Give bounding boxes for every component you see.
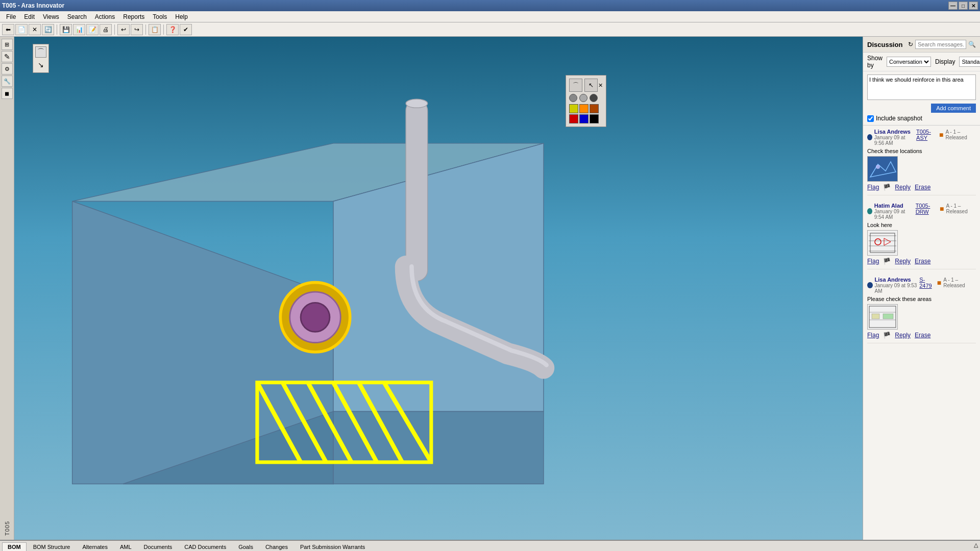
comment-2-ref[interactable]: T005-DRW	[916, 203, 938, 215]
help-button[interactable]: ❓	[166, 24, 179, 35]
menu-search[interactable]: Search	[63, 12, 91, 21]
tab-documents[interactable]: Documents	[138, 542, 178, 552]
tab-bom[interactable]: BOM	[2, 542, 27, 552]
comment-actions: Add comment	[867, 104, 976, 113]
sidebar-btn-1[interactable]: ⊞	[2, 39, 13, 50]
comment-2-text: Look here	[867, 222, 976, 228]
check-button[interactable]: ✔	[180, 24, 192, 35]
comments-list: Lisa Andrews January 09 at 9:56 AM T005-…	[863, 126, 980, 540]
tab-alternates[interactable]: Alternates	[77, 542, 113, 552]
curve-tool-btn[interactable]: ⌒	[569, 79, 582, 92]
comment-3-actions: Flag 🏴 Reply Erase	[867, 332, 976, 339]
show-by-row: Show by Conversation Date Display Standa…	[863, 53, 980, 71]
color-black[interactable]	[590, 114, 599, 123]
tab-cad-documents[interactable]: CAD Documents	[179, 542, 232, 552]
comment-1-date: January 09 at 9:56 AM	[874, 135, 916, 146]
refresh-button[interactable]: 🔄	[42, 24, 54, 35]
color-blue[interactable]	[579, 114, 589, 123]
comment-3-ref[interactable]: S-2479	[919, 277, 935, 289]
menu-tools[interactable]: Tools	[149, 12, 171, 21]
comment-textarea[interactable]: I think we should reinforce in this area	[867, 74, 976, 100]
comment-1-flag-link[interactable]: Flag	[867, 184, 879, 191]
color-brown[interactable]	[590, 104, 599, 113]
comment-1-thumbnail[interactable]	[867, 156, 898, 182]
color-orange[interactable]	[579, 104, 589, 113]
show-by-select[interactable]: Conversation Date	[887, 57, 931, 67]
color-yellow[interactable]	[569, 104, 578, 113]
sidebar-btn-3[interactable]: ⚙	[2, 63, 13, 74]
toolbar-sep-1	[57, 24, 57, 35]
sidebar-btn-5[interactable]: ◼	[2, 88, 13, 99]
comment-1-ref[interactable]: T005-ASY	[916, 129, 937, 141]
close-color-picker-btn[interactable]: ✕	[598, 80, 603, 90]
menu-actions[interactable]: Actions	[91, 12, 119, 21]
svg-rect-18	[868, 157, 897, 181]
sidebar-btn-4[interactable]: 🔧	[2, 76, 13, 87]
discussion-refresh-icon[interactable]: ↻	[908, 41, 913, 48]
left-sidebar: ⊞ ✎ ⚙ 🔧 ◼ T005	[0, 37, 14, 540]
svg-point-6	[406, 99, 428, 108]
include-snapshot-checkbox[interactable]	[867, 115, 874, 122]
new-button[interactable]: 📄	[15, 24, 28, 35]
size-large[interactable]	[590, 94, 598, 102]
bottom-panel: BOM BOM Structure Alternates AML Documen…	[0, 540, 980, 551]
excel-button[interactable]: 📊	[73, 24, 85, 35]
comment-1-erase-link[interactable]: Erase	[915, 184, 930, 191]
delete-button[interactable]: ✕	[29, 24, 41, 35]
back-button[interactable]: ⬅	[2, 24, 14, 35]
comment-3-header: Lisa Andrews January 09 at 9:53 AM S-247…	[867, 277, 976, 294]
draw-arrow-btn[interactable]: ↘	[35, 59, 46, 70]
app-title: T005 - Aras Innovator	[2, 2, 64, 9]
tab-changes[interactable]: Changes	[260, 542, 293, 552]
show-by-label: Show by	[867, 55, 883, 69]
comment-3-reply-link[interactable]: Reply	[895, 332, 911, 339]
comment-2-flag-link[interactable]: Flag	[867, 258, 879, 265]
comment-3-erase-link[interactable]: Erase	[915, 332, 930, 339]
search-messages-input[interactable]	[915, 40, 966, 49]
size-small[interactable]	[569, 94, 577, 102]
minimize-button[interactable]: —	[948, 2, 958, 10]
draw-curve-btn[interactable]: ⌒	[35, 46, 46, 58]
comment-2-thumbnail[interactable]	[867, 230, 898, 256]
tab-goals[interactable]: Goals	[233, 542, 259, 552]
word-button[interactable]: 📝	[86, 24, 99, 35]
comment-2-author: Hatim Alad	[874, 203, 916, 209]
undo-button[interactable]: ↩	[117, 24, 130, 35]
circle-size-row	[569, 94, 603, 102]
comment-3-flag-link[interactable]: Flag	[867, 332, 879, 339]
comment-3-flag-icon: 🏴	[883, 332, 891, 339]
color-grid	[569, 104, 603, 123]
tab-aml[interactable]: AML	[114, 542, 137, 552]
svg-rect-21	[868, 231, 897, 255]
collapse-button[interactable]: △	[974, 542, 978, 548]
display-select[interactable]: Standard Compact	[959, 57, 980, 67]
menu-edit[interactable]: Edit	[20, 12, 39, 21]
copy-button[interactable]: 📋	[149, 24, 161, 35]
discussion-header: Discussion ↻ 🔍	[863, 37, 980, 53]
sidebar-label: T005	[4, 521, 10, 536]
sidebar-btn-2[interactable]: ✎	[2, 51, 13, 62]
print-button[interactable]: 🖨	[100, 24, 112, 35]
toolbar-sep-3	[145, 24, 146, 35]
close-button[interactable]: ✕	[969, 2, 978, 10]
search-messages-icon[interactable]: 🔍	[968, 41, 976, 48]
size-medium[interactable]	[579, 94, 587, 102]
menu-views[interactable]: Views	[39, 12, 63, 21]
comment-2-erase-link[interactable]: Erase	[915, 258, 930, 265]
menu-help[interactable]: Help	[171, 12, 192, 21]
color-red[interactable]	[569, 114, 578, 123]
menu-file[interactable]: File	[2, 12, 20, 21]
redo-button[interactable]: ↪	[131, 24, 143, 35]
viewport-container[interactable]: ⌒ ↘ ⌒ ↖ ✕	[14, 37, 863, 540]
maximize-button[interactable]: □	[959, 2, 968, 10]
add-comment-button[interactable]: Add comment	[931, 104, 976, 113]
save-button[interactable]: 💾	[60, 24, 72, 35]
comment-3-thumbnail[interactable]	[867, 304, 898, 330]
tab-part-submission[interactable]: Part Submission Warrants	[295, 542, 371, 552]
comment-2-reply-link[interactable]: Reply	[895, 258, 911, 265]
menu-reports[interactable]: Reports	[119, 12, 149, 21]
tab-bom-structure[interactable]: BOM Structure	[28, 542, 76, 552]
viewport[interactable]: ⌒ ↘ ⌒ ↖ ✕	[14, 37, 863, 540]
pointer-tool-btn[interactable]: ↖	[584, 79, 598, 92]
comment-1-reply-link[interactable]: Reply	[895, 184, 911, 191]
